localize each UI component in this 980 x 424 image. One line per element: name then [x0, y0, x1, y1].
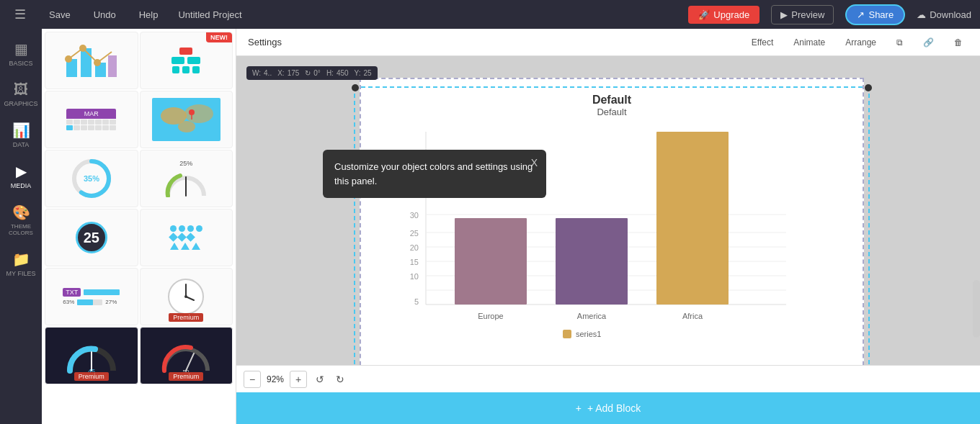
- premium-badge-3: Premium: [169, 372, 203, 381]
- play-icon: ▶: [780, 9, 788, 20]
- svg-rect-6: [108, 55, 117, 77]
- animate-button[interactable]: Animate: [788, 35, 831, 50]
- svg-text:20: 20: [410, 243, 419, 252]
- premium-badge: Premium: [169, 313, 203, 322]
- link-icon-button[interactable]: 🔗: [917, 35, 940, 50]
- height-field[interactable]: H: 450: [326, 69, 349, 77]
- settings-bar: Settings Effect Animate Arrange ⧉ 🔗 🗑: [236, 29, 980, 56]
- rotation-icon: ↻: [305, 69, 311, 77]
- sidebar-item-media[interactable]: ▶ MEDIA: [0, 157, 42, 195]
- share-button[interactable]: ↗ Share: [845, 4, 905, 25]
- panel-item-text-chart[interactable]: TXT 63% 27%: [45, 268, 138, 325]
- svg-text:Europe: Europe: [478, 312, 503, 320]
- panel-grid: NEW! MAR: [42, 29, 236, 387]
- preview-button[interactable]: ▶ Preview: [771, 5, 834, 24]
- svg-text:35%: 35%: [84, 174, 99, 183]
- panel-item-dot-chart[interactable]: [140, 209, 233, 266]
- chart-container: Default Default 5 10 15 20: [361, 79, 863, 366]
- svg-rect-43: [656, 132, 729, 305]
- new-badge: NEW!: [206, 32, 232, 42]
- y-field[interactable]: Y: 25: [355, 69, 372, 77]
- panel-item-clock[interactable]: Premium: [140, 268, 233, 325]
- svg-point-10: [178, 121, 195, 132]
- panel-item-speedometer-2[interactable]: Premium 50: [140, 327, 233, 384]
- copy-icon-button[interactable]: ⧉: [891, 35, 909, 50]
- canvas-area: Settings Effect Animate Arrange ⧉ 🔗 🗑 W:…: [236, 29, 980, 424]
- upgrade-icon: 🚀: [698, 9, 710, 20]
- x-field[interactable]: X: 175: [277, 69, 299, 77]
- sidebar-item-data[interactable]: 📊 DATA: [0, 116, 42, 154]
- save-button[interactable]: Save: [43, 6, 76, 23]
- panel-item-bar-chart[interactable]: [45, 32, 138, 89]
- main-layout: ▦ BASICS 🖼 GRAPHICS 📊 DATA ▶ MEDIA 🎨 THE…: [0, 29, 980, 424]
- redo-button-zoom[interactable]: ↻: [333, 372, 347, 387]
- sidebar-item-graphics[interactable]: 🖼 GRAPHICS: [0, 76, 42, 113]
- canvas-wrapper[interactable]: W: 4.. X: 175 ↻ 0° H: 450 Y: 25: [236, 56, 980, 365]
- chart-subtitle: Default: [383, 107, 841, 117]
- svg-point-20: [184, 295, 187, 298]
- theme-icon: 🎨: [12, 204, 30, 221]
- sidebar-item-basics[interactable]: ▦ BASICS: [0, 35, 42, 73]
- svg-point-11: [189, 109, 195, 115]
- share-icon: ↗: [857, 9, 865, 20]
- svg-rect-1: [81, 48, 92, 77]
- panel-item-speedometer-1[interactable]: Premium 45: [45, 327, 138, 384]
- chart-title: Default: [383, 94, 841, 107]
- premium-badge-2: Premium: [74, 372, 109, 381]
- svg-point-9: [184, 104, 213, 123]
- zoom-level: 92%: [267, 374, 284, 384]
- svg-text:America: America: [577, 312, 607, 320]
- sidebar-item-my-files[interactable]: 📁 MY FILES: [0, 245, 42, 283]
- width-field[interactable]: W: 4..: [252, 69, 272, 77]
- files-icon: 📁: [12, 251, 30, 268]
- panel-item-calendar[interactable]: MAR: [45, 91, 138, 148]
- tooltip-popup: Customize your object colors and setting…: [323, 150, 546, 198]
- canvas-content[interactable]: Default Default 5 10 15 20: [360, 78, 864, 366]
- tooltip-close-button[interactable]: X: [531, 155, 538, 171]
- svg-text:30: 30: [410, 211, 419, 220]
- handle-top-left[interactable]: [352, 84, 359, 91]
- svg-text:5: 5: [414, 297, 419, 306]
- panel-item-org-chart[interactable]: NEW!: [140, 32, 233, 89]
- arrange-button[interactable]: Arrange: [839, 35, 882, 50]
- cloud-icon: ☁: [917, 9, 926, 20]
- svg-text:series1: series1: [576, 330, 601, 338]
- svg-rect-39: [455, 218, 527, 305]
- tooltip-text: Customize your object colors and setting…: [334, 161, 533, 186]
- zoom-bar: − 92% + ↺ ↻: [236, 365, 980, 392]
- menu-button[interactable]: ☰: [9, 4, 32, 25]
- rotation-field[interactable]: ↻ 0°: [305, 69, 321, 77]
- undo-button-zoom[interactable]: ↺: [313, 372, 327, 387]
- sidebar-item-theme-colors[interactable]: 🎨 THEMECOLORS: [0, 198, 42, 242]
- delete-icon-button[interactable]: 🗑: [948, 35, 968, 50]
- add-block-bar[interactable]: + + Add Block: [236, 392, 980, 424]
- zoom-minus-button[interactable]: −: [244, 371, 261, 388]
- upgrade-button[interactable]: 🚀 Upgrade: [688, 6, 760, 24]
- basics-icon: ▦: [14, 40, 28, 58]
- graphics-icon: 🖼: [14, 81, 28, 98]
- media-icon: ▶: [16, 163, 27, 180]
- panel-item-counter[interactable]: 25: [45, 209, 138, 266]
- scroll-handle[interactable]: [973, 280, 980, 338]
- svg-text:15: 15: [410, 258, 419, 266]
- zoom-plus-button[interactable]: +: [290, 371, 307, 388]
- add-block-icon: +: [576, 402, 582, 414]
- transform-toolbar: W: 4.. X: 175 ↻ 0° H: 450 Y: 25: [246, 66, 378, 80]
- handle-top-right[interactable]: [865, 84, 872, 91]
- svg-text:Africa: Africa: [682, 312, 703, 320]
- svg-rect-45: [563, 330, 571, 338]
- panel-item-progress-ring[interactable]: 35%: [45, 150, 138, 207]
- panel-item-gauge-chart[interactable]: 25%: [140, 150, 233, 207]
- project-title: Untitled Project: [178, 9, 241, 20]
- panel-item-map[interactable]: [140, 91, 233, 148]
- settings-title: Settings: [248, 37, 737, 48]
- add-block-label: + Add Block: [587, 402, 641, 414]
- undo-button[interactable]: Undo: [88, 6, 122, 23]
- topbar: ☰ Save Undo Help Untitled Project 🚀 Upgr…: [0, 0, 980, 29]
- download-button[interactable]: ☁ Download: [917, 9, 971, 20]
- svg-text:25: 25: [410, 229, 419, 238]
- sidebar: ▦ BASICS 🖼 GRAPHICS 📊 DATA ▶ MEDIA 🎨 THE…: [0, 29, 42, 424]
- effect-button[interactable]: Effect: [746, 35, 779, 50]
- svg-rect-41: [556, 218, 628, 305]
- help-button[interactable]: Help: [133, 6, 164, 23]
